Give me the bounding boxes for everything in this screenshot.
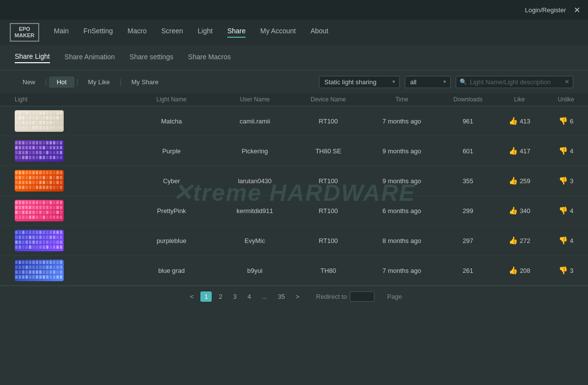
tab-share-settings[interactable]: Share settings	[129, 53, 173, 63]
page-label: Page	[387, 293, 402, 300]
svg-rect-300	[36, 265, 38, 269]
sort-dropdown[interactable]: Static light sharing Dynamic light shari…	[319, 76, 400, 88]
svg-rect-132	[36, 176, 38, 179]
page-next[interactable]: >	[292, 291, 304, 302]
nav-light[interactable]: Light	[198, 27, 213, 38]
search-icon: 🔍	[460, 78, 467, 85]
page-3[interactable]: 3	[229, 291, 241, 302]
svg-rect-224	[15, 231, 18, 234]
svg-rect-101	[25, 156, 28, 159]
like-thumb-icon-2: 👍	[509, 176, 518, 185]
svg-rect-33	[32, 121, 35, 124]
page-2[interactable]: 2	[215, 291, 226, 302]
svg-rect-155	[19, 186, 21, 189]
svg-rect-76	[36, 146, 38, 149]
col-like: Like	[495, 96, 544, 103]
svg-rect-119	[39, 171, 42, 174]
svg-rect-69	[60, 141, 62, 144]
cell-unlike-1[interactable]: 👎 4	[544, 146, 588, 155]
page-input[interactable]	[350, 291, 374, 302]
svg-rect-150	[49, 181, 52, 184]
svg-rect-298	[29, 265, 31, 269]
svg-rect-296	[22, 265, 24, 269]
svg-rect-222	[56, 216, 59, 219]
cell-like-0[interactable]: 👍 413	[495, 117, 544, 125]
nav-myaccount[interactable]: My Account	[260, 27, 295, 38]
nav-fnsetting[interactable]: FnSetting	[83, 27, 113, 38]
svg-rect-183	[19, 206, 21, 209]
table-row: purpleblue EvyMic RT100 8 months ago 297…	[0, 226, 588, 256]
cell-thumb-4	[15, 230, 127, 251]
svg-rect-188	[36, 206, 38, 209]
search-input[interactable]	[456, 76, 573, 88]
tab-share-light[interactable]: Share Light	[15, 52, 50, 63]
svg-rect-200	[29, 211, 31, 214]
svg-rect-46	[29, 126, 31, 129]
svg-rect-295	[19, 265, 21, 269]
page-1[interactable]: 1	[200, 291, 212, 302]
page-35[interactable]: 35	[274, 291, 289, 302]
filter-new[interactable]: New	[15, 76, 43, 88]
svg-rect-304	[49, 265, 52, 269]
svg-rect-125	[60, 171, 62, 174]
svg-rect-301	[39, 265, 42, 269]
tab-share-macros[interactable]: Share Macros	[188, 53, 231, 63]
title-bar: Login/Register ✕	[0, 0, 588, 20]
page-4[interactable]: 4	[244, 291, 255, 302]
cell-unlike-0[interactable]: 👎 6	[544, 117, 588, 125]
svg-rect-335	[60, 275, 62, 279]
svg-rect-50	[43, 126, 45, 129]
svg-rect-16	[22, 116, 24, 120]
svg-rect-123	[53, 171, 55, 174]
logo: EPOMAKER	[10, 23, 39, 42]
svg-rect-139	[60, 176, 62, 179]
cell-like-2[interactable]: 👍 259	[495, 176, 544, 185]
cell-unlike-2[interactable]: 👎 3	[544, 176, 588, 185]
svg-rect-163	[46, 186, 49, 189]
svg-rect-225	[19, 231, 21, 234]
svg-rect-185	[25, 206, 28, 209]
filter-mylike[interactable]: My Like	[80, 76, 118, 88]
filter-myshare[interactable]: My Share	[123, 76, 167, 88]
nav-main[interactable]: Main	[54, 27, 69, 38]
svg-rect-89	[32, 151, 35, 154]
svg-rect-272	[36, 245, 38, 249]
svg-rect-105	[39, 156, 42, 159]
svg-rect-319	[53, 270, 55, 274]
svg-rect-29	[19, 121, 21, 124]
svg-rect-303	[46, 265, 49, 269]
svg-rect-323	[19, 275, 21, 279]
svg-rect-242	[29, 236, 31, 239]
unlike-thumb-icon-5: 👎	[559, 266, 568, 275]
svg-rect-147	[39, 181, 42, 184]
svg-rect-286	[36, 261, 38, 264]
search-clear-icon[interactable]: ✕	[564, 78, 569, 85]
close-button[interactable]: ✕	[574, 5, 580, 15]
page-prev[interactable]: <	[186, 291, 198, 302]
svg-rect-202	[36, 211, 38, 214]
nav-about[interactable]: About	[311, 27, 329, 38]
cell-unlike-3[interactable]: 👎 4	[544, 206, 588, 215]
filter-hot[interactable]: Hot	[49, 76, 74, 88]
nav-share[interactable]: Share	[227, 27, 245, 38]
svg-rect-161	[39, 186, 42, 189]
like-count-0: 413	[520, 118, 531, 125]
cell-like-4[interactable]: 👍 272	[495, 236, 544, 245]
svg-rect-174	[36, 201, 38, 204]
nav-macro[interactable]: Macro	[127, 27, 147, 38]
svg-rect-87	[25, 151, 28, 154]
nav-screen[interactable]: Screen	[161, 27, 183, 38]
keyboard-thumbnail-0	[15, 110, 64, 132]
cell-like-1[interactable]: 👍 417	[495, 146, 544, 155]
login-register-link[interactable]: Login/Register	[525, 6, 566, 14]
tab-share-animation[interactable]: Share Animation	[65, 53, 115, 63]
cell-unlike-4[interactable]: 👎 4	[544, 236, 588, 245]
cell-time-5: 7 months ago	[363, 267, 441, 274]
cell-like-3[interactable]: 👍 340	[495, 206, 544, 215]
svg-rect-8	[43, 111, 45, 115]
svg-rect-81	[53, 146, 55, 149]
svg-rect-44	[22, 126, 24, 129]
cell-unlike-5[interactable]: 👎 3	[544, 266, 588, 275]
range-dropdown[interactable]: all 1 month 3 months	[405, 76, 451, 88]
cell-like-5[interactable]: 👍 208	[495, 266, 544, 275]
